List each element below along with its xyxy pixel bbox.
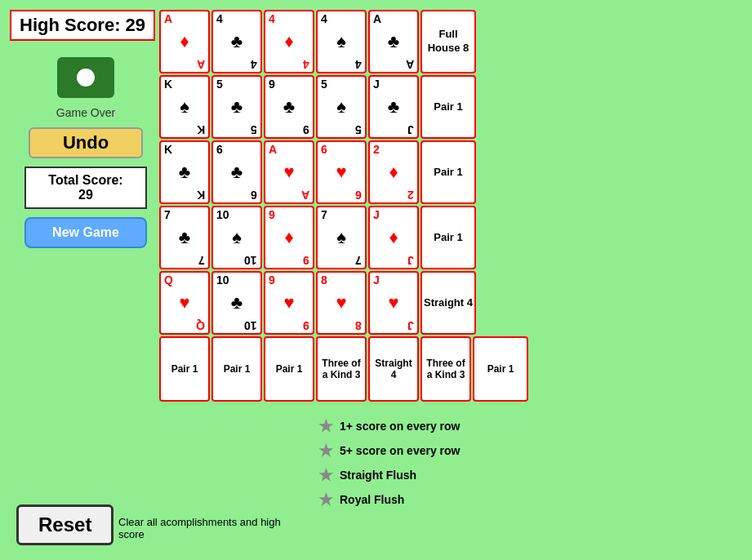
achievement-item: ★Straight Flush [318,465,460,485]
row-score-cell: Straight 4 [420,271,476,335]
achievement-text: Royal Flush [340,493,404,506]
playing-card[interactable]: 2♦2 [368,140,419,204]
card-suit: ♥ [336,162,346,183]
card-suit: ♣ [231,96,243,118]
card-suit: ♠ [336,96,346,118]
card-rank-br: 7 [198,255,205,266]
card-rank-br: Q [196,320,205,331]
card-rank: 10 [216,274,229,286]
card-suit: ♠ [180,96,189,118]
card-row: Q♥Q10♣109♥98♥8J♥JStraight 4 [159,271,528,335]
col-score-cell: Straight 4 [368,336,419,402]
card-suit: ♣ [231,31,243,52]
playing-card[interactable]: 10♠10 [211,206,262,269]
col-score-cell: Pair 1 [159,336,210,402]
card-suit: ♥ [283,292,294,313]
col-score-cell: Pair 1 [264,336,314,402]
reset-label-text: Reset [38,513,91,536]
card-suit: ♠ [232,227,242,248]
card-suit: ♣ [179,227,190,248]
col-score-cell: Pair 1 [211,336,262,402]
card-suit: ♣ [231,162,243,183]
playing-card[interactable]: 7♠7 [316,206,367,269]
card-rank-br: 8 [355,320,362,331]
card-rows: A♦A4♣44♦44♠4A♣AFull House 8K♠K5♣59♣95♠5J… [159,10,528,335]
total-score-box: Total Score: 29 [24,167,147,209]
card-rank: 7 [321,209,327,220]
col-score-cell: Pair 1 [473,336,528,402]
card-rank: 10 [216,209,229,220]
playing-card[interactable]: 4♦4 [264,10,314,73]
card-rank: K [164,78,172,90]
card-rank-br: A [406,59,414,70]
card-rank-br: A [197,59,205,70]
playing-card[interactable]: J♥J [368,271,419,335]
card-row: A♦A4♣44♦44♠4A♣AFull House 8 [159,10,528,73]
card-row: K♠K5♣59♣95♠5J♣JPair 1 [159,75,528,139]
card-suit: ♦ [284,227,293,248]
card-rank-br: 7 [355,255,362,266]
playing-card[interactable]: 9♣9 [264,75,314,139]
playing-card[interactable]: 10♣10 [211,271,262,335]
card-rank-br: 6 [251,189,257,201]
undo-button[interactable]: Undo [29,127,143,158]
card-rank: 4 [216,13,223,24]
reset-button[interactable]: Reset [16,504,113,545]
row-score-cell: Pair 1 [420,140,476,204]
card-rank-br: 9 [303,124,309,136]
playing-card[interactable]: 9♦9 [264,206,314,269]
row-score-cell: Pair 1 [420,206,476,269]
total-score-label: Total Score: [42,173,129,188]
playing-card[interactable]: 5♣5 [211,75,262,139]
card-rank: 2 [373,144,380,155]
card-rank-br: 2 [407,189,414,201]
playing-card[interactable]: 6♣6 [211,140,262,204]
card-rank: 5 [321,78,327,90]
playing-card[interactable]: 4♠4 [316,10,367,73]
card-rank: 9 [269,78,275,90]
playing-card[interactable]: J♦J [368,206,419,269]
card-suit: ♦ [389,227,398,248]
playing-card[interactable]: A♦A [159,10,210,73]
card-rank-br: K [197,189,205,201]
card-rank: 6 [216,144,223,155]
card-suit: ♠ [336,31,346,52]
achievement-star-icon: ★ [318,441,333,460]
playing-card[interactable]: 5♠5 [316,75,367,139]
playing-card[interactable]: A♥A [264,140,314,204]
total-score-value: 29 [42,188,129,202]
card-rank-br: 9 [303,255,309,266]
playing-card[interactable]: K♠K [159,75,210,139]
playing-card[interactable]: A♣A [368,10,419,73]
playing-card[interactable]: K♣K [159,140,210,204]
new-game-button[interactable]: New Game [24,217,147,248]
playing-card[interactable]: 9♥9 [264,271,314,335]
playing-card[interactable]: Q♥Q [159,271,210,335]
achievements-panel: ★1+ score on every row★5+ score on every… [318,416,460,514]
status-circle [77,69,95,87]
card-rank-br: 10 [244,255,257,266]
card-rank: A [373,13,381,24]
card-suit: ♦ [389,162,398,183]
card-rank-br: 5 [251,124,257,136]
playing-card[interactable]: 4♣4 [211,10,262,73]
achievement-item: ★Royal Flush [318,490,460,509]
playing-card[interactable]: J♣J [368,75,419,139]
game-status-indicator [57,57,114,98]
achievement-star-icon: ★ [318,465,333,485]
col-score-cell: Three of a Kind 3 [420,336,471,402]
card-suit: ♣ [231,292,243,313]
card-rank: 5 [216,78,223,90]
card-rank-br: J [407,124,414,136]
col-score-cell: Three of a Kind 3 [316,336,367,402]
playing-card[interactable]: 8♥8 [316,271,367,335]
card-rank-br: A [301,189,309,201]
card-rank: K [164,144,172,155]
playing-card[interactable]: 6♥6 [316,140,367,204]
playing-card[interactable]: 7♣7 [159,206,210,269]
left-panel: Game Over Undo Total Score: 29 New Game [16,57,155,248]
card-rank: A [269,144,277,155]
card-rank: 8 [321,274,327,286]
achievement-text: 1+ score on every row [340,420,460,433]
card-rank: 7 [164,209,171,220]
